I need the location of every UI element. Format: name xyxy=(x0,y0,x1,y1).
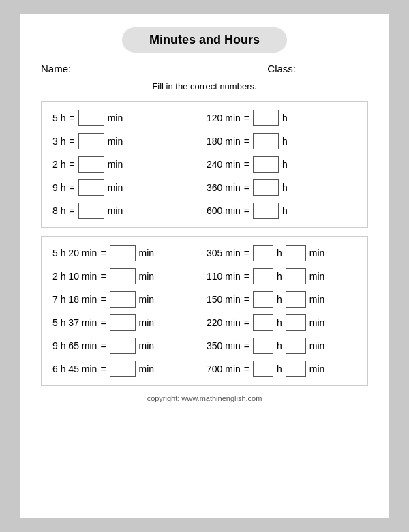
s2r4-right-unit2: min xyxy=(309,317,325,328)
s1r3-right-unit: h xyxy=(282,159,288,170)
s2r1-left: 5 h 20 min = min xyxy=(52,245,202,261)
s1r4-right-answer[interactable] xyxy=(253,179,279,196)
s1r2-left-answer[interactable] xyxy=(78,133,104,149)
s1r4-left-unit: min xyxy=(108,182,123,193)
instruction-text: Fill in the correct numbers. xyxy=(41,81,368,91)
s2r6-right-unit2: min xyxy=(309,364,325,374)
s2r6-right-answer-h[interactable] xyxy=(253,361,273,377)
s2r4-left: 5 h 37 min = min xyxy=(52,314,202,331)
s2r5-right-eq: = xyxy=(244,340,249,351)
s2r4-right-answer-min[interactable] xyxy=(286,314,306,331)
s2r4-left-unit: min xyxy=(139,317,155,328)
s2r3-right-val: 150 min xyxy=(207,294,241,305)
s2r2-right-answer-min[interactable] xyxy=(286,268,306,284)
s1r5-right: 600 min = h xyxy=(207,203,357,219)
s2r5-right: 350 min = h min xyxy=(207,338,357,354)
section1-row-2: 3 h = min 180 min = h xyxy=(52,133,357,149)
s1r5-left-val: 8 h xyxy=(52,205,65,216)
s1r1-left-answer[interactable] xyxy=(78,110,104,126)
s1r1-right-answer[interactable] xyxy=(253,110,279,126)
s2r2-right-eq: = xyxy=(244,271,249,282)
s2r5-right-unit1: h xyxy=(277,340,282,351)
name-input-line[interactable] xyxy=(75,62,211,74)
s1r3-right: 240 min = h xyxy=(207,156,357,173)
s2r6-right-eq: = xyxy=(244,364,249,374)
s2r3-right-unit2: min xyxy=(309,294,325,305)
name-label: Name: xyxy=(41,63,71,74)
s2r4-left-eq: = xyxy=(100,317,106,328)
s2r3-left-answer[interactable] xyxy=(110,291,136,308)
s2r1-left-val: 5 h 20 min xyxy=(52,248,97,258)
class-field: Class: xyxy=(267,62,368,74)
s2r6-right-answer-min[interactable] xyxy=(286,361,306,377)
s2r4-right-answer-h[interactable] xyxy=(253,314,273,331)
section-1: 5 h = min 120 min = h 3 h = min 180 min xyxy=(41,101,368,228)
s2r3-right-answer-h[interactable] xyxy=(253,291,273,308)
s1r3-left-eq: = xyxy=(69,159,74,170)
s2r5-left-val: 9 h 65 min xyxy=(52,340,97,351)
s2r4-right-val: 220 min xyxy=(207,317,241,328)
s1r4-right-unit: h xyxy=(282,182,288,193)
s1r5-left-answer[interactable] xyxy=(78,203,104,219)
title-container: Minutes and Hours xyxy=(41,27,368,53)
s2r4-right: 220 min = h min xyxy=(207,314,357,331)
s1r1-right-eq: = xyxy=(244,113,249,123)
s1r5-right-answer[interactable] xyxy=(253,203,279,219)
s2r3-right-eq: = xyxy=(244,294,249,305)
s2r2-right-unit2: min xyxy=(309,271,325,282)
s1r4-left-eq: = xyxy=(69,182,74,193)
section2-row-5: 9 h 65 min = min 350 min = h min xyxy=(52,338,357,354)
s2r6-right-unit1: h xyxy=(277,364,282,374)
s1r2-left-eq: = xyxy=(69,136,74,147)
s2r4-left-answer[interactable] xyxy=(110,314,136,331)
s2r3-right-answer-min[interactable] xyxy=(286,291,306,308)
s1r1-right-unit: h xyxy=(282,113,288,123)
s1r3-left-val: 2 h xyxy=(52,159,65,170)
section-2: 5 h 20 min = min 305 min = h min 2 h 10 … xyxy=(41,236,368,386)
s2r2-left-eq: = xyxy=(100,271,106,282)
s1r4-left-answer[interactable] xyxy=(78,179,104,196)
s1r2-left: 3 h = min xyxy=(52,133,202,149)
s2r4-left-val: 5 h 37 min xyxy=(52,317,97,328)
s2r6-left-unit: min xyxy=(139,364,155,374)
s1r1-left: 5 h = min xyxy=(52,110,202,126)
class-input-line[interactable] xyxy=(300,62,368,74)
s2r2-right: 110 min = h min xyxy=(207,268,357,284)
s2r3-right: 150 min = h min xyxy=(207,291,357,308)
s2r1-right-answer-h[interactable] xyxy=(253,245,273,261)
s2r6-right-val: 700 min xyxy=(207,364,241,374)
s2r5-left: 9 h 65 min = min xyxy=(52,338,202,354)
s1r5-right-val: 600 min xyxy=(207,205,241,216)
s2r2-left-answer[interactable] xyxy=(110,268,136,284)
s2r5-left-answer[interactable] xyxy=(110,338,136,354)
s2r6-left-answer[interactable] xyxy=(110,361,136,377)
s1r3-left: 2 h = min xyxy=(52,156,202,173)
section1-row-3: 2 h = min 240 min = h xyxy=(52,156,357,173)
s1r4-right-val: 360 min xyxy=(207,182,241,193)
s1r2-right-answer[interactable] xyxy=(253,133,279,149)
s2r2-left: 2 h 10 min = min xyxy=(52,268,202,284)
s1r3-right-answer[interactable] xyxy=(253,156,279,173)
s2r4-right-eq: = xyxy=(244,317,249,328)
s2r2-right-answer-h[interactable] xyxy=(253,268,273,284)
s2r3-left-unit: min xyxy=(139,294,155,305)
s1r3-left-answer[interactable] xyxy=(78,156,104,173)
s2r5-left-unit: min xyxy=(139,340,155,351)
s2r2-right-unit1: h xyxy=(277,271,282,282)
s2r1-right-answer-min[interactable] xyxy=(286,245,306,261)
s1r5-left-unit: min xyxy=(108,205,123,216)
s2r2-left-unit: min xyxy=(139,271,155,282)
s2r6-right: 700 min = h min xyxy=(207,361,357,377)
s2r5-right-answer-h[interactable] xyxy=(253,338,273,354)
section2-row-1: 5 h 20 min = min 305 min = h min xyxy=(52,245,357,261)
s2r1-left-eq: = xyxy=(100,248,106,258)
section1-row-5: 8 h = min 600 min = h xyxy=(52,203,357,219)
s2r2-right-val: 110 min xyxy=(207,271,241,282)
s1r1-left-unit: min xyxy=(108,113,123,123)
s2r5-right-answer-min[interactable] xyxy=(286,338,306,354)
s1r2-left-val: 3 h xyxy=(52,136,65,147)
s2r1-right-val: 305 min xyxy=(207,248,241,258)
s2r1-right: 305 min = h min xyxy=(207,245,357,261)
s2r1-left-answer[interactable] xyxy=(110,245,136,261)
s2r5-left-eq: = xyxy=(100,340,106,351)
